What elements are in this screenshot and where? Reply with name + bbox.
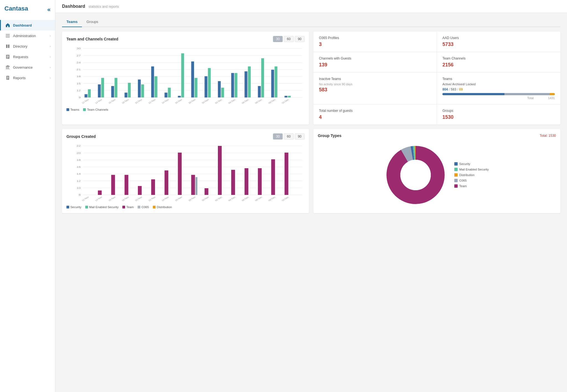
legend-security-label: Security	[70, 205, 81, 209]
stat-team-channels: Team Channels 2156	[437, 52, 560, 73]
svg-rect-90	[191, 175, 195, 195]
svg-rect-27	[138, 79, 141, 97]
svg-rect-1	[6, 35, 10, 36]
svg-text:24 Nov: 24 Nov	[161, 98, 170, 104]
groups-period-30-button[interactable]: 30	[273, 133, 283, 140]
period-90-button[interactable]: 90	[295, 36, 305, 42]
chevron-right-icon-5: ›	[50, 76, 51, 79]
svg-text:27: 27	[76, 54, 81, 57]
collapse-sidebar-button[interactable]: «	[47, 5, 51, 13]
groups-value: 1530	[442, 114, 555, 120]
svg-rect-19	[84, 94, 87, 97]
teams-progress-active-segment	[442, 93, 504, 95]
teams-chart-legend: Teams Team Channels	[66, 108, 305, 111]
svg-text:20: 20	[76, 152, 81, 154]
governance-icon	[5, 65, 10, 70]
svg-text:24: 24	[76, 61, 81, 64]
svg-text:08 Dec: 08 Dec	[267, 196, 276, 202]
svg-rect-33	[178, 96, 181, 97]
groups-period-90-button[interactable]: 90	[295, 133, 305, 140]
team-channels-value: 2156	[442, 62, 555, 68]
svg-rect-39	[218, 81, 221, 97]
main-area: Dashboard statistics and reports Teams G…	[55, 0, 567, 392]
svg-text:10: 10	[76, 187, 81, 189]
sidebar-label-administration: Administration	[13, 34, 50, 38]
teams-progress-locked-segment	[550, 93, 555, 95]
svg-rect-24	[115, 78, 117, 97]
groups-period-60-button[interactable]: 60	[284, 133, 293, 140]
svg-text:18: 18	[76, 75, 81, 78]
svg-text:30 Nov: 30 Nov	[201, 196, 210, 202]
svg-text:14 Nov: 14 Nov	[94, 98, 103, 104]
teams-progress-bar	[442, 93, 555, 95]
donut-team-dot	[454, 184, 458, 188]
svg-rect-32	[168, 88, 171, 97]
tab-groups[interactable]: Groups	[82, 17, 103, 27]
svg-text:22: 22	[76, 145, 81, 147]
svg-point-120	[400, 160, 431, 190]
group-types-card: Group Types Total: 1530	[313, 129, 560, 213]
legend-security-dot	[66, 206, 69, 208]
period-30-button[interactable]: 30	[273, 36, 283, 42]
svg-text:16: 16	[76, 166, 81, 168]
page-subtitle: statistics and reports	[89, 5, 119, 9]
donut-legend-mail-enabled: Mail Enabled Security	[454, 168, 489, 171]
svg-rect-31	[164, 93, 167, 98]
sidebar-item-dashboard[interactable]: Dashboard	[0, 20, 55, 30]
svg-rect-48	[275, 66, 277, 97]
svg-rect-37	[205, 76, 207, 97]
svg-text:16 Nov: 16 Nov	[108, 196, 117, 202]
admin-icon	[5, 33, 10, 38]
stat-channels-guests: Channels with Guests 139	[313, 52, 437, 73]
legend-team-label: Team	[126, 205, 134, 209]
teams-chart-svg: 30 27 24 21 18 15 12 9	[66, 45, 305, 106]
legend-distribution-dot	[153, 206, 156, 208]
svg-text:18 Nov: 18 Nov	[121, 98, 130, 104]
teams-chart-title: Team and Channels Created	[66, 37, 118, 41]
requests-icon	[5, 54, 10, 59]
sidebar-item-reports[interactable]: Reports ›	[0, 73, 55, 83]
svg-rect-41	[231, 73, 234, 97]
svg-rect-88	[164, 171, 168, 195]
teams-status-sublabel: Active/ Archived/ Locked	[442, 82, 555, 86]
donut-distribution-label: Distribution	[459, 173, 475, 177]
sidebar-item-governance[interactable]: Governance ›	[0, 62, 55, 73]
svg-rect-35	[191, 61, 194, 97]
sidebar-item-directory[interactable]: Directory ›	[0, 41, 55, 51]
donut-o365-dot	[454, 179, 458, 182]
legend-channels-dot	[83, 108, 86, 111]
donut-legend-o365: O365	[454, 179, 489, 182]
donut-security-dot	[454, 162, 458, 166]
legend-mail-enabled-label: Mail Enabled Security	[89, 205, 118, 209]
svg-text:08 Dec: 08 Dec	[267, 98, 276, 104]
svg-rect-21	[98, 84, 101, 97]
donut-security-label: Security	[459, 162, 470, 166]
svg-text:28 Nov: 28 Nov	[188, 196, 197, 202]
groups-chart-card: Groups Created 30 60 90	[62, 129, 309, 213]
svg-text:16 Nov: 16 Nov	[108, 98, 117, 104]
sidebar-nav: Dashboard Administration › Directory ›	[0, 18, 55, 392]
donut-header: Group Types Total: 1530	[318, 133, 556, 138]
stat-o365-profiles: O365 Profiles 3	[313, 32, 437, 52]
sidebar-item-requests[interactable]: Requests ›	[0, 51, 55, 62]
svg-text:08 Dec: 08 Dec	[254, 98, 263, 104]
svg-text:10 Dec: 10 Dec	[281, 98, 290, 104]
page-title: Dashboard	[62, 4, 85, 9]
svg-text:02 Dec: 02 Dec	[214, 98, 223, 104]
svg-rect-0	[6, 34, 10, 35]
tab-teams[interactable]: Teams	[62, 17, 82, 27]
svg-text:22 Nov: 22 Nov	[148, 98, 156, 104]
svg-text:12 Nov: 12 Nov	[81, 98, 90, 104]
svg-rect-38	[208, 68, 211, 97]
svg-rect-20	[88, 89, 91, 98]
chevron-right-icon: ›	[50, 34, 51, 37]
sidebar-item-administration[interactable]: Administration ›	[0, 30, 55, 41]
period-60-button[interactable]: 60	[284, 36, 293, 42]
sidebar-label-requests: Requests	[13, 55, 50, 59]
svg-rect-23	[111, 86, 114, 97]
svg-rect-36	[195, 78, 197, 97]
tabs-row: Teams Groups	[62, 17, 560, 27]
aad-value: 5733	[442, 42, 555, 47]
svg-text:15: 15	[76, 82, 81, 85]
svg-text:20 Nov: 20 Nov	[134, 98, 143, 104]
